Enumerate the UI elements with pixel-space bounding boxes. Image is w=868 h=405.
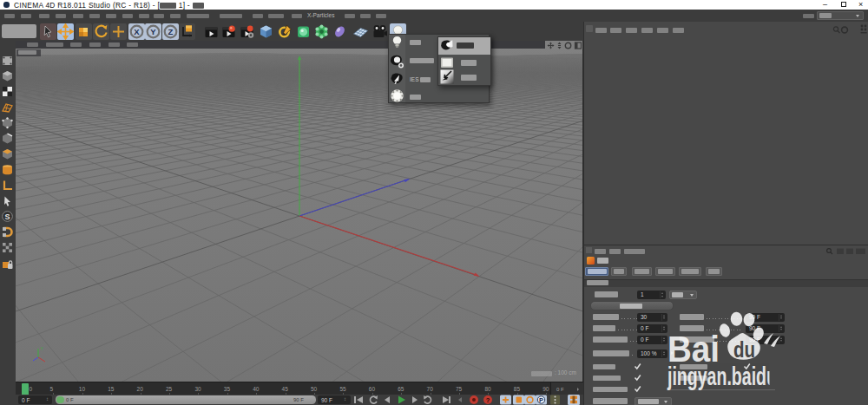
svg-text:?: ?: [486, 396, 490, 404]
svg-text:X: X: [134, 27, 140, 36]
svg-text:Z: Z: [168, 27, 173, 36]
svg-text:P: P: [539, 396, 543, 404]
svg-text:S: S: [4, 212, 10, 221]
svg-text:Y: Y: [41, 346, 44, 351]
svg-text:Y: Y: [151, 27, 157, 36]
